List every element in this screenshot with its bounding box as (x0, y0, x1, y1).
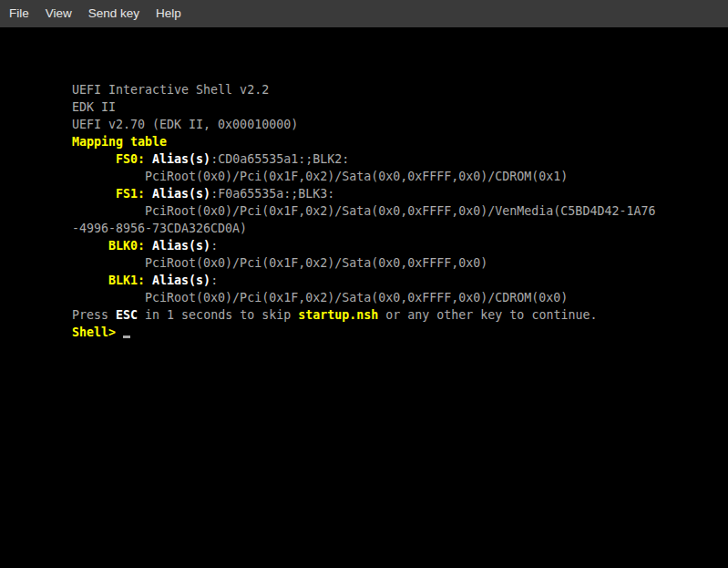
menu-help[interactable]: Help (148, 0, 190, 27)
text-cursor (123, 336, 130, 338)
terminal-text-segment: PciRoot(0x0)/Pci(0x1F,0x2)/Sata(0x0,0xFF… (72, 256, 487, 270)
terminal-text-segment: UEFI Interactive Shell v2.2 (72, 83, 269, 97)
terminal-line: EDK II (72, 98, 728, 116)
terminal-text-segment: BLK1: (108, 274, 152, 287)
terminal-line: PciRoot(0x0)/Pci(0x1F,0x2)/Sata(0x0,0xFF… (72, 254, 728, 272)
terminal-line: -4996-8956-73CDA326CD0A) (72, 220, 728, 237)
terminal-text-segment: or any other key to continue. (378, 308, 597, 322)
terminal-text-segment: Alias(s) (152, 187, 210, 201)
terminal-text-segment: FS0: (116, 152, 152, 166)
terminal-text-segment: : (210, 239, 218, 253)
terminal-text-segment: Shell> (72, 325, 123, 339)
terminal-line: PciRoot(0x0)/Pci(0x1F,0x2)/Sata(0x0,0xFF… (72, 168, 728, 185)
menu-file[interactable]: File (1, 0, 37, 27)
terminal-text-segment: ESC (116, 308, 138, 322)
terminal-text-segment (72, 187, 116, 201)
terminal-text-segment: Alias(s) (152, 152, 210, 166)
terminal-line: BLK0: Alias(s): (72, 237, 728, 254)
terminal-line: Press ESC in 1 seconds to skip startup.n… (72, 306, 728, 324)
terminal-text-segment: PciRoot(0x0)/Pci(0x1F,0x2)/Sata(0x0,0xFF… (72, 170, 568, 183)
terminal-text-segment: in 1 seconds to skip (138, 308, 298, 322)
terminal-text-segment (72, 274, 108, 287)
terminal-text-segment: Alias(s) (152, 274, 210, 287)
uefi-shell-terminal[interactable]: UEFI Interactive Shell v2.2EDK IIUEFI v2… (0, 27, 728, 568)
menu-send-key[interactable]: Send key (80, 0, 148, 27)
terminal-text-segment: PciRoot(0x0)/Pci(0x1F,0x2)/Sata(0x0,0xFF… (72, 291, 568, 305)
terminal-text-segment: BLK0: (108, 239, 152, 253)
vm-console-window: File View Send key Help UEFI Interactive… (0, 0, 728, 568)
terminal-text-segment: :F0a65535a:;BLK3: (210, 187, 334, 201)
terminal-line: FS1: Alias(s):F0a65535a:;BLK3: (72, 185, 728, 202)
terminal-text-segment: : (210, 274, 218, 287)
menubar: File View Send key Help (0, 0, 728, 27)
terminal-line: PciRoot(0x0)/Pci(0x1F,0x2)/Sata(0x0,0xFF… (72, 202, 728, 220)
terminal-text-segment: Alias(s) (152, 239, 210, 253)
terminal-text-segment: Press (72, 308, 116, 322)
terminal-line: BLK1: Alias(s): (72, 272, 728, 289)
terminal-text-segment: FS1: (116, 187, 152, 201)
terminal-text-segment (72, 239, 108, 253)
terminal-line: UEFI Interactive Shell v2.2 (72, 81, 728, 98)
terminal-text-segment: UEFI v2.70 (EDK II, 0x00010000) (72, 118, 298, 131)
terminal-line: FS0: Alias(s):CD0a65535a1:;BLK2: (72, 150, 728, 168)
terminal-text-segment: startup.nsh (298, 308, 378, 322)
terminal-text-segment: EDK II (72, 100, 116, 114)
terminal-line: PciRoot(0x0)/Pci(0x1F,0x2)/Sata(0x0,0xFF… (72, 289, 728, 306)
terminal-line: UEFI v2.70 (EDK II, 0x00010000) (72, 116, 728, 133)
terminal-text-segment: Mapping table (72, 135, 167, 149)
terminal-line: Mapping table (72, 133, 728, 150)
menu-view[interactable]: View (37, 0, 80, 27)
terminal-text-segment: -4996-8956-73CDA326CD0A) (72, 222, 247, 235)
terminal-text-segment: PciRoot(0x0)/Pci(0x1F,0x2)/Sata(0x0,0xFF… (72, 204, 655, 218)
terminal-line: Shell> (72, 324, 728, 341)
terminal-text-segment (72, 152, 116, 166)
terminal-text-segment: :CD0a65535a1:;BLK2: (210, 152, 349, 166)
